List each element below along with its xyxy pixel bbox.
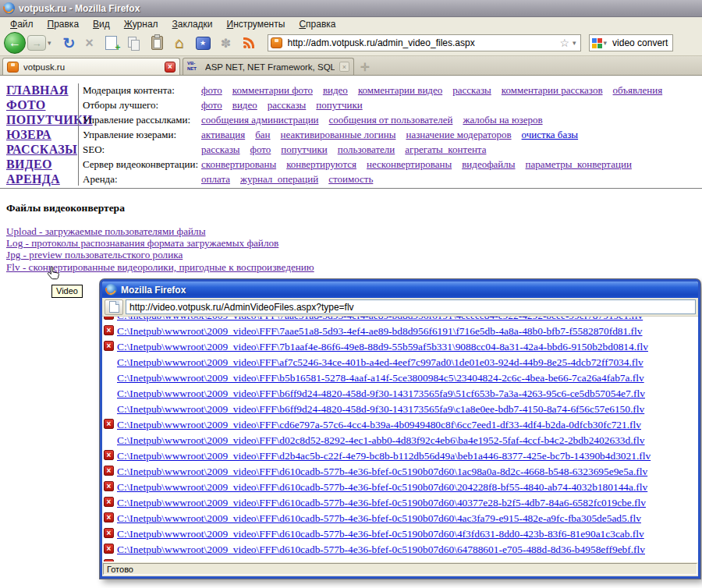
nav-link[interactable]: фото bbox=[201, 83, 222, 97]
file-path-link[interactable]: C:\Inetpub\wwwroot\2009_video\FFF\b5b165… bbox=[117, 372, 644, 384]
menu-item[interactable]: Журнал bbox=[117, 18, 165, 30]
nav-link[interactable]: комментарии рассказов bbox=[502, 83, 603, 97]
delete-file-icon[interactable]: × bbox=[104, 528, 114, 538]
nav-link[interactable]: агрегаты_контента bbox=[405, 142, 486, 157]
file-path-link[interactable]: C:\Inetpub\wwwroot\2009_video\FFF\d02c8d… bbox=[117, 434, 644, 446]
tab-close-icon[interactable]: × bbox=[339, 62, 349, 72]
paste-button[interactable] bbox=[146, 31, 168, 55]
file-path-link[interactable]: C:\Inetpub\wwwroot\2009_video\FFF\b6ff9d… bbox=[117, 388, 645, 399]
sidebar-link[interactable]: ГЛАВНАЯ bbox=[6, 83, 93, 97]
nav-link[interactable]: рассказы bbox=[268, 97, 307, 112]
nav-link[interactable]: видеофайлы bbox=[462, 157, 515, 172]
file-path-link[interactable]: C:\Inetpub\wwwroot\2009_video\FFF\7aae51… bbox=[117, 325, 643, 337]
nav-link[interactable]: сконвертированы bbox=[201, 157, 276, 172]
delete-file-icon[interactable]: × bbox=[104, 450, 114, 460]
file-type-link[interactable]: Log - протоколы распознавания формата за… bbox=[6, 237, 314, 249]
nav-link[interactable]: попутчики bbox=[316, 97, 362, 112]
nav-link[interactable]: сообщения администрации bbox=[201, 112, 319, 127]
delete-file-icon[interactable]: × bbox=[104, 481, 114, 491]
menu-item[interactable]: Инструменты bbox=[220, 18, 292, 30]
nav-link[interactable]: несконвертированы bbox=[367, 157, 452, 172]
stop-button[interactable]: × bbox=[80, 31, 100, 55]
sidebar-link[interactable]: ФОТО bbox=[6, 97, 93, 112]
nav-link[interactable]: рассказы bbox=[452, 83, 491, 97]
delete-file-icon[interactable]: × bbox=[104, 512, 114, 522]
nav-link[interactable]: объявления bbox=[613, 83, 663, 97]
search-box[interactable]: ▾ bbox=[589, 34, 673, 51]
sidebar-link[interactable]: ЮЗЕРА bbox=[6, 127, 93, 142]
delete-file-icon[interactable]: × bbox=[104, 317, 114, 320]
nav-link[interactable]: попутчики bbox=[281, 142, 327, 157]
bookmarks-button[interactable]: ★ bbox=[190, 31, 216, 55]
sidebar-link[interactable]: РАССКАЗЫ bbox=[6, 142, 93, 157]
copy-button[interactable] bbox=[122, 31, 146, 55]
nav-link[interactable]: конвертируются bbox=[286, 157, 356, 172]
file-path-link[interactable]: C:\Inetpub\wwwroot\2009_video\FFF\7aae51… bbox=[117, 317, 643, 321]
url-bar[interactable]: ☆ ▾ bbox=[268, 34, 581, 51]
file-path-link[interactable]: C:\Inetpub\wwwroot\2009_video\FFF\d2b4ac… bbox=[117, 450, 651, 462]
delete-file-icon[interactable]: × bbox=[104, 419, 114, 429]
sidebar-link[interactable]: ВИДЕО bbox=[6, 157, 93, 172]
delete-file-icon[interactable]: × bbox=[104, 497, 114, 507]
file-path-link[interactable]: C:\Inetpub\wwwroot\2009_video\FFF\cd6e79… bbox=[117, 419, 641, 430]
nav-link[interactable]: комментарии фото bbox=[232, 83, 313, 97]
menu-item[interactable]: Правка bbox=[41, 18, 87, 30]
delete-file-icon[interactable]: × bbox=[104, 341, 114, 351]
tab-close-icon[interactable]: × bbox=[165, 62, 176, 73]
file-path-link[interactable]: C:\Inetpub\wwwroot\2009_video\FFF\d610ca… bbox=[117, 512, 641, 524]
tab-aspnet[interactable]: VB-NET ASP NET, NET Framework, SQL, Visu… bbox=[183, 58, 354, 75]
file-path-link[interactable]: C:\Inetpub\wwwroot\2009_video\FFF\7b1aaf… bbox=[117, 341, 648, 352]
search-engine-dropdown-icon[interactable]: ▾ bbox=[602, 39, 609, 47]
delete-file-icon[interactable]: × bbox=[104, 544, 114, 554]
file-path-link[interactable]: C:\Inetpub\wwwroot\2009_video\FFF\b6ff9d… bbox=[117, 403, 644, 415]
url-dropdown-icon[interactable]: ▾ bbox=[571, 39, 578, 47]
menu-item[interactable]: Вид bbox=[86, 18, 117, 30]
search-input[interactable] bbox=[611, 37, 669, 49]
delete-file-icon[interactable]: × bbox=[104, 466, 114, 476]
nav-link[interactable]: параметры_конвертации bbox=[526, 157, 632, 172]
url-input[interactable] bbox=[286, 37, 558, 49]
nav-link[interactable]: сообщения от пользователей bbox=[329, 112, 453, 127]
sidebar-link[interactable]: АРЕНДА bbox=[6, 172, 93, 186]
sidebar-link[interactable]: ПОПУТЧИКИ bbox=[6, 112, 93, 127]
file-path-link[interactable]: C:\Inetpub\wwwroot\2009_video\FFF\d610ca… bbox=[117, 544, 645, 555]
file-path-link[interactable]: C:\Inetpub\wwwroot\2009_video\FFF\d610ca… bbox=[117, 466, 647, 477]
addon-button[interactable]: ✽ bbox=[216, 31, 236, 55]
rss-button[interactable] bbox=[236, 31, 261, 55]
nav-link[interactable]: назначение модераторов bbox=[406, 127, 511, 142]
nav-link[interactable]: жалобы на юзеров bbox=[463, 112, 542, 127]
popup-url-input[interactable] bbox=[126, 301, 695, 313]
nav-link[interactable]: бан bbox=[255, 127, 270, 142]
menu-item[interactable]: Закладки bbox=[165, 18, 220, 30]
home-button[interactable]: ⌂ bbox=[168, 31, 190, 55]
nav-link[interactable]: комментарии видео bbox=[358, 83, 442, 97]
popup-url-field[interactable] bbox=[126, 299, 696, 314]
file-path-link[interactable]: C:\Inetpub\wwwroot\2009_video\FFF\d610ca… bbox=[117, 481, 647, 493]
file-path-link[interactable]: C:\Inetpub\wwwroot\2009_video\FFF\af7c52… bbox=[117, 356, 644, 368]
forward-button[interactable]: → bbox=[27, 35, 46, 51]
file-type-link[interactable]: Jpg - preview пользовательсткого ролика bbox=[6, 249, 314, 260]
nav-link[interactable]: рассказы bbox=[201, 142, 240, 157]
menu-item[interactable]: Справка bbox=[292, 18, 342, 30]
nav-link[interactable]: активация bbox=[201, 127, 245, 142]
file-path-link[interactable]: C:\Inetpub\wwwroot\2009_video\FFF\d610ca… bbox=[117, 528, 644, 540]
nav-link[interactable]: видео bbox=[232, 97, 257, 112]
delete-file-icon[interactable]: × bbox=[104, 559, 114, 561]
history-dropdown-icon[interactable]: ▾ bbox=[46, 39, 53, 47]
bookmark-star-icon[interactable]: ☆ bbox=[559, 37, 569, 49]
file-type-link[interactable]: Upload - загружаемые пользователями файл… bbox=[6, 225, 314, 237]
nav-link[interactable]: оплата bbox=[201, 172, 230, 186]
new-tab-button[interactable]: ✛ bbox=[360, 61, 370, 73]
reload-button[interactable]: ↻ bbox=[59, 31, 80, 55]
file-path-link[interactable]: C:\Inetpub\wwwroot\2009_video\FFF\d610ca… bbox=[117, 497, 646, 508]
new-tab-page-button[interactable]: + bbox=[100, 31, 122, 55]
nav-link[interactable]: журнал_операций bbox=[240, 172, 318, 186]
page-icon-button[interactable] bbox=[105, 299, 123, 315]
delete-file-icon[interactable]: × bbox=[104, 325, 114, 335]
nav-link[interactable]: неактивированные логины bbox=[281, 127, 396, 142]
nav-link[interactable]: пользователи bbox=[338, 142, 395, 157]
nav-link[interactable]: очистка базы bbox=[522, 127, 579, 142]
nav-link[interactable]: стоимость bbox=[328, 172, 373, 186]
menu-item[interactable]: Файл bbox=[3, 18, 41, 30]
tab-votpusk[interactable]: votpusk.ru × bbox=[2, 58, 180, 75]
